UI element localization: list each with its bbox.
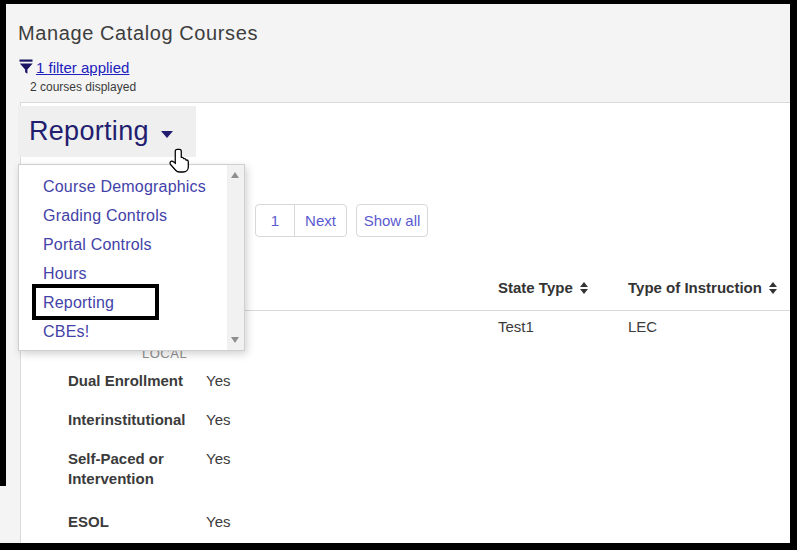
detail-row-interinstitutional: Interinstitutional Yes: [68, 410, 298, 430]
detail-row-esol: ESOL Yes: [68, 512, 298, 532]
column-header-state-type[interactable]: State Type: [498, 279, 588, 296]
courses-displayed-text: 2 courses displayed: [30, 80, 136, 94]
column-header-label: Type of Instruction: [628, 279, 762, 296]
sort-arrows-icon: [580, 282, 588, 294]
detail-label: Dual Enrollment: [68, 371, 206, 391]
show-all-button[interactable]: Show all: [356, 204, 428, 237]
detail-row-dual-enrollment: Dual Enrollment Yes: [68, 371, 298, 391]
menu-scrollbar[interactable]: [227, 165, 244, 350]
screenshot-border-bottom: [0, 543, 797, 550]
menu-item-grading-controls[interactable]: Grading Controls: [19, 201, 244, 230]
filter-applied-row[interactable]: 1 filter applied: [19, 57, 129, 77]
menu-item-course-demographics[interactable]: Course Demographics: [19, 172, 244, 201]
pagination-page-1-button[interactable]: 1: [256, 205, 294, 236]
chevron-down-icon: [161, 131, 173, 138]
page-title: Manage Catalog Courses: [18, 22, 258, 45]
table-cell-type-of-instruction: LEC: [628, 318, 657, 335]
menu-item-portal-controls[interactable]: Portal Controls: [19, 230, 244, 259]
sort-arrows-icon: [769, 282, 777, 294]
column-header-label: State Type: [498, 279, 573, 296]
column-header-type-of-instruction[interactable]: Type of Instruction: [628, 279, 777, 296]
pagination-group: 1 Next: [255, 204, 347, 237]
screenshot-border-top: [0, 0, 797, 4]
detail-label: Interinstitutional: [68, 410, 206, 430]
filter-funnel-icon: [19, 59, 34, 75]
menu-item-hours[interactable]: Hours: [19, 259, 244, 288]
menu-item-reporting[interactable]: Reporting: [19, 288, 244, 317]
menu-item-cbes[interactable]: CBEs!: [19, 317, 244, 346]
filter-applied-link[interactable]: 1 filter applied: [36, 59, 129, 76]
detail-value: Yes: [206, 512, 230, 532]
detail-value: Yes: [206, 410, 230, 430]
scrollbar-up-arrow-icon[interactable]: [231, 172, 239, 178]
scrollbar-down-arrow-icon[interactable]: [231, 337, 239, 343]
detail-label: ESOL: [68, 512, 206, 532]
detail-value: Yes: [206, 449, 230, 489]
screenshot-border-right: [790, 0, 797, 550]
screenshot-border-left: [0, 0, 6, 486]
detail-value: Yes: [206, 371, 230, 391]
pagination-next-button[interactable]: Next: [294, 205, 346, 236]
course-detail-rows: Dual Enrollment Yes Interinstitutional Y…: [68, 371, 298, 550]
table-cell-state-type: Test1: [498, 318, 534, 335]
reporting-dropdown-label: Reporting: [29, 116, 149, 147]
detail-label: Self-Paced or Intervention: [68, 449, 206, 489]
reporting-dropdown-menu: Course Demographics Grading Controls Por…: [18, 164, 245, 351]
screen: Manage Catalog Courses 1 filter applied …: [0, 0, 797, 550]
detail-row-self-paced: Self-Paced or Intervention Yes: [68, 449, 298, 489]
hand-pointer-cursor: [167, 148, 193, 182]
